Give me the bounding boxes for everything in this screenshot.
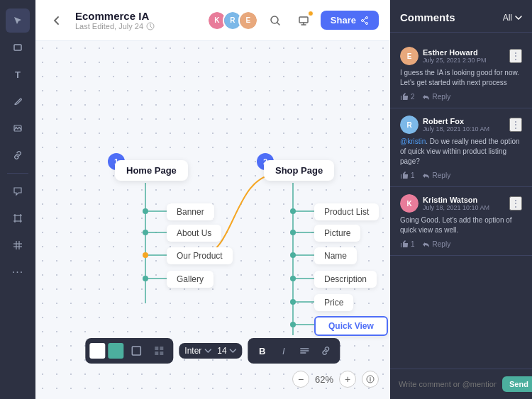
comment-2-reply[interactable]: Reply (422, 171, 451, 179)
tool-text[interactable]: T (6, 62, 30, 86)
comment-1-like[interactable]: 2 (400, 92, 415, 101)
italic-btn[interactable]: I (274, 341, 294, 361)
our-product-node[interactable]: Our Product (167, 247, 233, 264)
banner-node[interactable]: Banner (167, 203, 214, 220)
comment-1-user: E Esther Howard July 25, 2021 2:30 PM (400, 47, 487, 65)
svg-point-43 (290, 276, 296, 281)
comment-3-like[interactable]: 1 (400, 240, 415, 248)
comment-1-text: I guess the IA is looking good for now. … (400, 68, 522, 88)
fill-pattern-btn[interactable] (149, 341, 169, 361)
svg-point-41 (290, 230, 296, 235)
shop-page-node[interactable]: 2 Shop Page (264, 160, 334, 181)
project-subtitle: Last Edited, July 24 (75, 22, 199, 30)
hyperlink-btn[interactable] (316, 341, 336, 361)
comments-list: E Esther Howard July 25, 2021 2:30 PM ⋮ … (390, 33, 532, 369)
tool-speech[interactable] (6, 179, 30, 203)
svg-point-55 (370, 377, 371, 378)
tool-select[interactable] (6, 9, 30, 33)
comment-2-avatar: R (400, 116, 419, 134)
canvas[interactable]: 1 Home Page Banner About Us Our Product … (35, 41, 390, 399)
present-button[interactable] (292, 9, 315, 32)
zoom-info-button[interactable] (362, 371, 379, 388)
fill-green-btn[interactable] (108, 343, 123, 359)
svg-rect-0 (14, 45, 21, 50)
description-node[interactable]: Description (314, 271, 377, 288)
svg-point-45 (290, 322, 296, 327)
reply-icon-3 (422, 240, 431, 248)
tool-image[interactable] (6, 116, 30, 140)
quick-view-node[interactable]: Quick View (314, 316, 388, 336)
font-family-label: Inter (184, 346, 201, 356)
reply-icon (422, 92, 431, 101)
home-page-title[interactable]: Home Page (115, 160, 188, 181)
font-family-group: Inter 14 (179, 343, 242, 359)
svg-line-23 (363, 21, 365, 23)
fill-outline-btn[interactable] (126, 341, 146, 361)
comment-3-name: Kristin Watson (423, 196, 489, 204)
svg-rect-46 (132, 347, 140, 355)
svg-line-22 (363, 18, 365, 20)
zoom-out-button[interactable]: − (292, 371, 309, 388)
tool-more[interactable]: ··· (6, 260, 30, 284)
filter-chevron (515, 16, 522, 20)
comment-3-avatar: K (400, 194, 419, 213)
send-comment-button[interactable]: Send (502, 376, 532, 392)
title-area: Ecommerce IA Last Edited, July 24 (75, 10, 199, 30)
name-node[interactable]: Name (314, 247, 357, 264)
tool-grid[interactable] (6, 233, 30, 257)
project-title: Ecommerce IA (75, 10, 199, 22)
comment-2-like[interactable]: 1 (400, 171, 415, 179)
svg-point-2 (16, 127, 17, 128)
notification-badge (308, 11, 314, 16)
header: Ecommerce IA Last Edited, July 24 K R E (35, 0, 390, 41)
like-icon (400, 92, 409, 101)
comment-3-more[interactable]: ⋮ (509, 196, 522, 210)
font-size-label: 14 (217, 346, 226, 356)
back-button[interactable] (47, 11, 67, 30)
bold-btn[interactable]: B (253, 341, 272, 361)
price-node[interactable]: Price (314, 294, 353, 311)
comment-input-field[interactable] (399, 380, 497, 388)
gallery-node[interactable]: Gallery (167, 271, 214, 288)
comment-1-reply[interactable]: Reply (422, 92, 451, 101)
comment-2-name: Robert Fox (423, 117, 489, 125)
comment-3-user: K Kristin Watson July 18, 2021 10:10 AM (400, 194, 489, 213)
font-size-chevron (230, 349, 237, 353)
comment-item-1: E Esther Howard July 25, 2021 2:30 PM ⋮ … (390, 40, 532, 108)
svg-point-42 (290, 252, 296, 258)
tool-link[interactable] (6, 143, 30, 167)
tool-rectangle[interactable] (6, 35, 30, 60)
reply-icon-2 (422, 171, 431, 179)
toolbar-divider (7, 173, 28, 174)
svg-rect-3 (15, 215, 21, 221)
comment-2-actions: 1 Reply (400, 171, 522, 179)
picture-node[interactable]: Picture (314, 225, 360, 242)
comment-2-header: R Robert Fox July 18, 2021 10:10 AM ⋮ (400, 116, 522, 134)
comment-2-more[interactable]: ⋮ (509, 118, 522, 132)
fill-white-btn[interactable] (89, 343, 105, 359)
comments-title: Comments (400, 11, 455, 23)
svg-rect-49 (155, 352, 158, 355)
comment-1-more[interactable]: ⋮ (509, 49, 522, 63)
comment-2-text: @kristin. Do we really need the option o… (400, 137, 522, 167)
comment-3-actions: 1 Reply (400, 240, 522, 248)
tool-pen[interactable] (6, 89, 30, 113)
search-button[interactable] (264, 9, 287, 32)
about-us-node[interactable]: About Us (167, 225, 221, 242)
svg-point-39 (143, 276, 148, 281)
tool-frame[interactable] (6, 206, 30, 230)
align-btn[interactable] (295, 341, 315, 361)
home-page-node[interactable]: 1 Home Page (115, 160, 188, 181)
comments-filter[interactable]: All (503, 13, 522, 23)
zoom-in-button[interactable]: + (339, 371, 356, 388)
fill-color-group (85, 338, 173, 364)
comment-2-date: July 18, 2021 10:10 AM (423, 125, 489, 133)
shop-page-title[interactable]: Shop Page (264, 160, 334, 181)
main-area: Ecommerce IA Last Edited, July 24 K R E (35, 0, 390, 399)
product-list-node[interactable]: Product List (314, 203, 379, 220)
share-button[interactable]: Share (321, 11, 379, 30)
like-icon-2 (400, 171, 409, 179)
comment-1-avatar: E (400, 47, 419, 65)
bottom-format-toolbar: Inter 14 B I (85, 338, 340, 364)
comment-3-reply[interactable]: Reply (422, 240, 451, 248)
